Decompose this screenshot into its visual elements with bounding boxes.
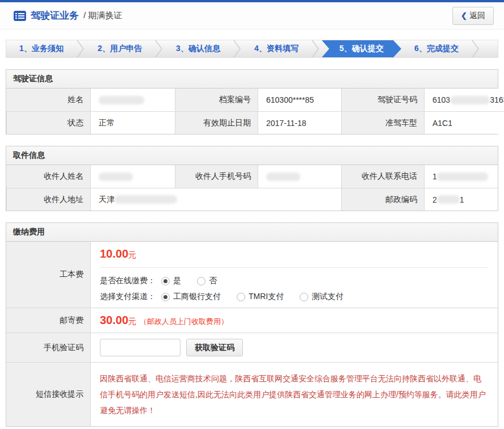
captcha-input[interactable]	[100, 339, 180, 356]
status-value: 正常	[90, 111, 175, 134]
work-fee-unit: 元	[128, 250, 136, 259]
vehicle-label: 准驾车型	[341, 111, 424, 134]
phone-value: 1	[424, 165, 498, 188]
redacted-name	[99, 96, 144, 104]
radio-checked-icon[interactable]	[161, 293, 170, 301]
step-bar-filler	[480, 40, 498, 57]
back-button-label: 返回	[469, 11, 485, 20]
back-chevron-icon: ❮	[461, 11, 467, 20]
radio-checked-icon[interactable]	[161, 277, 170, 285]
license-card-icon	[14, 11, 26, 21]
name-value	[90, 89, 175, 111]
redacted-address	[115, 195, 177, 204]
online-pay-line: 是否在线缴费： 是 否	[100, 276, 489, 286]
sms-notice-cell: 因陕西省联通、电信运营商技术问题，陕西省互联网交通安全综合服务管理平台无法向持陕…	[90, 362, 498, 426]
section-title-license: 驾驶证信息	[6, 70, 498, 89]
work-fee-cell: 10.00元 是否在线缴费： 是 否 选择支付渠道： 工商银行支付	[90, 242, 498, 308]
phone-label: 收件人联系电话	[341, 165, 424, 188]
license-no-value: 6103 3163X	[424, 89, 504, 111]
address-prefix: 天津	[99, 195, 115, 205]
sms-notice-label: 短信接收提示	[6, 362, 90, 426]
mail-fee-unit: 元	[128, 317, 136, 326]
mail-fee-amount: 30.00	[100, 314, 128, 326]
license-no-prefix: 6103	[432, 95, 450, 104]
zip-suffix: 1	[460, 195, 464, 204]
expiry-value: 2017-11-18	[258, 111, 341, 134]
work-fee-amount-line: 10.00元	[100, 247, 489, 260]
mobile-value	[258, 165, 341, 188]
channel-test-label: 测试支付	[312, 292, 343, 302]
step-tab-6[interactable]: 6、完成提交	[401, 40, 472, 57]
mail-fee-note: （邮政人员上门收取费用）	[140, 317, 228, 326]
section-license-info: 驾驶证信息 姓名 档案编号 610300****85 驾驶证号码 6103 31…	[6, 69, 498, 134]
captcha-label: 手机验证码	[6, 333, 90, 362]
zip-label: 邮政编码	[341, 188, 424, 211]
status-label: 状态	[6, 111, 90, 134]
captcha-cell: 获取验证码	[90, 333, 498, 362]
license-no-suffix: 3163X	[490, 95, 504, 104]
online-pay-yes-option[interactable]: 是	[161, 276, 181, 286]
section-title-pickup: 取件信息	[6, 146, 498, 165]
page-header: 驾驶证业务 / 期满换证 ❮返回	[0, 2, 504, 30]
step-separator-icon	[77, 40, 85, 58]
step-tab-2[interactable]: 2、用户申告	[85, 40, 155, 57]
radio-unchecked-icon[interactable]	[300, 293, 308, 301]
step-separator-icon	[312, 40, 320, 58]
section-title-fees: 缴纳费用	[6, 223, 498, 242]
pay-channel-label: 选择支付渠道：	[100, 292, 156, 302]
address-value: 天津	[90, 188, 341, 211]
redacted-phone	[437, 173, 488, 181]
page-title: 驾驶证业务	[31, 9, 79, 22]
radio-unchecked-icon[interactable]	[197, 277, 205, 285]
channel-tmri-option[interactable]: TMRI支付	[237, 292, 284, 302]
radio-unchecked-icon[interactable]	[237, 293, 245, 301]
work-fee-amount: 10.00	[100, 247, 128, 260]
redacted-license-no	[450, 96, 490, 104]
step-tab-4[interactable]: 4、资料填写	[241, 40, 312, 57]
name-label: 姓名	[6, 89, 90, 111]
phone-prefix: 1	[432, 172, 437, 181]
recipient-label: 收件人姓名	[6, 165, 90, 188]
breadcrumb: / 期满换证	[83, 10, 122, 21]
zip-prefix: 2	[432, 195, 437, 204]
channel-icbc-option[interactable]: 工商银行支付	[161, 292, 221, 302]
step-progress-bar: 1、业务须知 2、用户申告 3、确认信息 4、资料填写 5、确认提交 6、完成提…	[6, 40, 498, 58]
get-captcha-button[interactable]: 获取验证码	[186, 339, 243, 356]
address-label: 收件人地址	[6, 188, 90, 211]
license-no-label: 驾驶证号码	[341, 89, 424, 111]
redacted-recipient	[99, 173, 133, 181]
expiry-label: 有效期止日期	[175, 111, 258, 134]
file-no-value: 610300****85	[258, 89, 341, 111]
step-tab-3[interactable]: 3、确认信息	[163, 40, 233, 57]
step-separator-icon	[155, 40, 163, 58]
step-tab-5-active[interactable]: 5、确认提交	[322, 40, 401, 57]
work-fee-label: 工本费	[6, 242, 90, 308]
section-pickup-info: 取件信息 收件人姓名 收件人手机号码 收件人联系电话 1 收件人地址 天津 邮政…	[6, 146, 498, 211]
step-tab-1[interactable]: 1、业务须知	[6, 40, 77, 57]
sms-notice-text: 因陕西省联通、电信运营商技术问题，陕西省互联网交通安全综合服务管理平台无法向持陕…	[100, 368, 489, 420]
back-button[interactable]: ❮返回	[452, 7, 494, 25]
online-pay-no-option[interactable]: 否	[197, 276, 217, 286]
vehicle-value: A1C1	[424, 111, 504, 134]
fee-divider	[100, 267, 489, 268]
channel-test-option[interactable]: 测试支付	[300, 292, 343, 302]
mobile-label: 收件人手机号码	[175, 165, 258, 188]
online-pay-label: 是否在线缴费：	[100, 276, 156, 286]
file-no-label: 档案编号	[175, 89, 258, 111]
online-pay-yes-label: 是	[173, 276, 181, 286]
zip-value: 2 1	[424, 188, 498, 211]
channel-tmri-label: TMRI支付	[249, 292, 284, 302]
step-separator-icon	[472, 40, 480, 58]
step-separator-icon	[233, 40, 241, 58]
mail-fee-cell: 30.00元（邮政人员上门收取费用）	[90, 308, 498, 333]
channel-icbc-label: 工商银行支付	[173, 292, 221, 302]
recipient-value	[90, 165, 175, 188]
mail-fee-label: 邮寄费	[6, 308, 90, 333]
redacted-zip	[437, 195, 460, 204]
section-fees: 缴纳费用 工本费 10.00元 是否在线缴费： 是 否 选择支付渠道：	[6, 222, 498, 427]
pay-channel-line: 选择支付渠道： 工商银行支付 TMRI支付 测试支付	[100, 292, 489, 302]
redacted-mobile	[266, 173, 300, 181]
online-pay-no-label: 否	[209, 276, 217, 286]
